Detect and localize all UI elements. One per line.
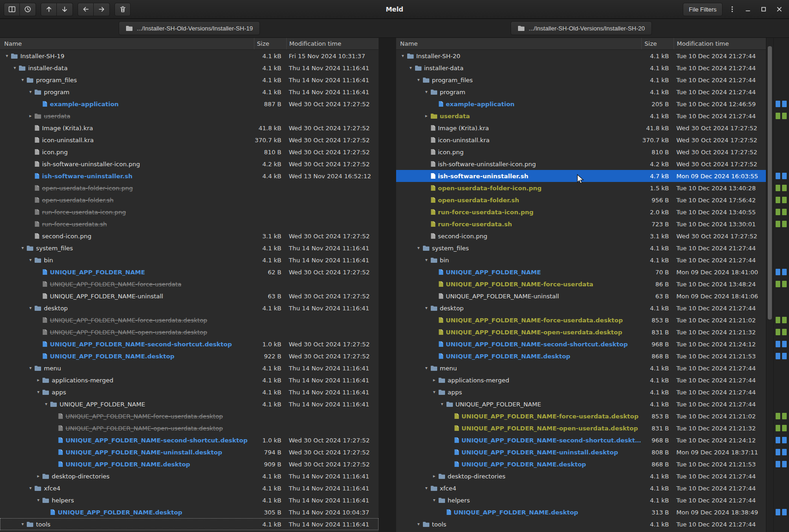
tree-row[interactable]: icon-uninstall.kra370.7 kBWed 30 Oct 202… (0, 134, 379, 146)
expander-open-icon[interactable]: ▾ (423, 90, 430, 94)
tree-row[interactable]: ▸applications-merged4.1 kBThu 14 Nov 202… (0, 374, 379, 386)
minimize-button[interactable] (741, 3, 754, 16)
expander-open-icon[interactable]: ▾ (4, 54, 10, 58)
tree-row[interactable]: ▾xfce44.1 kBTue 10 Dec 2024 21:27:44 (396, 482, 766, 494)
tree-row[interactable]: UNIQUE_APP_FOLDER_NAME-uninstall63 BWed … (0, 290, 379, 302)
tree-row[interactable]: ▾UNIQUE_APP_FOLDER_NAME4.1 kBTue 10 Dec … (396, 398, 766, 410)
expander-open-icon[interactable]: ▾ (27, 90, 34, 94)
tree-row[interactable]: ▸userdata (0, 110, 379, 122)
tree-row[interactable]: UNIQUE_APP_FOLDER_NAME-force-userdata.de… (0, 410, 379, 422)
expander-open-icon[interactable]: ▾ (43, 402, 49, 406)
tree-row[interactable]: UNIQUE_APP_FOLDER_NAME-open-userdata.des… (0, 326, 379, 338)
tree-row[interactable]: ▾bin4.1 kBTue 10 Dec 2024 21:27:44 (396, 254, 766, 266)
tree-row[interactable]: Image (Krita).kra41.8 kBWed 30 Oct 2024 … (0, 122, 379, 134)
expander-open-icon[interactable]: ▾ (27, 258, 34, 262)
column-header-size[interactable]: Size (641, 38, 674, 49)
tree-row[interactable]: ▾bin4.1 kBThu 14 Nov 2024 11:16:41 (0, 254, 379, 266)
expander-open-icon[interactable]: ▾ (439, 402, 446, 406)
delete-button[interactable] (114, 3, 131, 16)
history-button[interactable] (20, 3, 36, 16)
scrollbar-thumb[interactable] (768, 46, 772, 320)
copy-left-button[interactable] (78, 3, 94, 16)
expander-open-icon[interactable]: ▾ (423, 366, 430, 370)
tree-row[interactable]: ▾system_files4.1 kBThu 14 Nov 2024 11:16… (0, 242, 379, 254)
maximize-button[interactable] (757, 3, 770, 16)
expander-closed-icon[interactable]: ▸ (431, 474, 438, 478)
tree-row[interactable]: ▾tools4.1 kBTue 10 Dec 2024 21:27:44 (396, 518, 766, 530)
tree-row[interactable]: second-icon.png3.1 kBWed 30 Oct 2024 17:… (0, 230, 379, 242)
expander-open-icon[interactable]: ▾ (27, 366, 34, 370)
tree-row[interactable]: UNIQUE_APP_FOLDER_NAME-second-shortcut.d… (0, 338, 379, 350)
tree-row[interactable]: example-application887 BWed 30 Oct 2024 … (0, 98, 379, 110)
tree-row[interactable]: UNIQUE_APP_FOLDER_NAME-force-userdata (0, 278, 379, 290)
tree-row[interactable]: ▸desktop-directories4.1 kBThu 14 Nov 202… (0, 470, 379, 482)
expander-open-icon[interactable]: ▾ (27, 486, 34, 490)
expander-open-icon[interactable]: ▾ (19, 522, 26, 526)
tree-row[interactable]: UNIQUE_APP_FOLDER_NAME.desktop305 BThu 1… (0, 506, 379, 518)
tree-row[interactable]: ▾apps4.1 kBTue 10 Dec 2024 21:27:44 (396, 386, 766, 398)
tree-row[interactable]: second-icon.png3.1 kBWed 30 Oct 2024 17:… (396, 230, 766, 242)
tree-row[interactable]: UNIQUE_APP_FOLDER_NAME.desktop868 BTue 1… (396, 350, 766, 362)
tree-row[interactable]: UNIQUE_APP_FOLDER_NAME.desktop313 BMon 0… (396, 506, 766, 518)
tree-row[interactable]: UNIQUE_APP_FOLDER_NAME.desktop909 BWed 3… (0, 458, 379, 470)
expander-closed-icon[interactable]: ▸ (35, 378, 42, 382)
tree-row[interactable]: UNIQUE_APP_FOLDER_NAME.desktop922 BWed 3… (0, 350, 379, 362)
tree-row[interactable]: ▾program4.1 kBThu 14 Nov 2024 11:16:41 (0, 86, 379, 98)
tree-row[interactable]: ▾apps4.1 kBThu 14 Nov 2024 11:16:41 (0, 386, 379, 398)
tree-row[interactable]: open-userdata-folder-icon.png1.5 kBTue 1… (396, 182, 766, 194)
tree-row[interactable]: UNIQUE_APP_FOLDER_NAME-force-userdata.de… (396, 314, 766, 326)
tree-row[interactable]: ▾tools4.1 kBThu 14 Nov 2024 11:16:41 (0, 518, 379, 530)
tree-row[interactable]: UNIQUE_APP_FOLDER_NAME-uninstall.desktop… (396, 446, 766, 458)
expander-open-icon[interactable]: ▾ (408, 66, 414, 70)
tree-row[interactable]: icon.png810 BWed 30 Oct 2024 17:27:52 (0, 146, 379, 158)
expander-open-icon[interactable]: ▾ (400, 54, 406, 58)
column-header-mtime[interactable]: Modification time (674, 38, 766, 49)
tree-row[interactable]: ▾system_files4.1 kBTue 10 Dec 2024 21:27… (396, 242, 766, 254)
expander-closed-icon[interactable]: ▸ (423, 114, 430, 118)
tree-row[interactable]: UNIQUE_APP_FOLDER_NAME-open-userdata.des… (396, 422, 766, 434)
copy-right-button[interactable] (94, 3, 110, 16)
tree-row[interactable]: UNIQUE_APP_FOLDER_NAME-open-userdata.des… (396, 326, 766, 338)
tree-row[interactable]: open-userdata-folder-icon.png (0, 182, 379, 194)
expander-open-icon[interactable]: ▾ (35, 498, 42, 502)
close-button[interactable] (773, 3, 785, 16)
expander-closed-icon[interactable]: ▸ (27, 114, 34, 118)
tree-row[interactable]: UNIQUE_APP_FOLDER_NAME-force-userdata.de… (396, 410, 766, 422)
column-header-mtime[interactable]: Modification time (286, 38, 379, 49)
tree-row[interactable]: run-force-userdata.sh (0, 218, 379, 230)
tree-row[interactable]: UNIQUE_APP_FOLDER_NAME-open-userdata.des… (0, 422, 379, 434)
tree-row[interactable]: run-force-userdata-icon.png (0, 206, 379, 218)
column-header-size[interactable]: Size (254, 38, 286, 49)
tree-row[interactable]: ish-software-uninstaller-icon.png4.2 kBW… (0, 158, 379, 170)
tree-row[interactable]: ▾menu4.1 kBThu 14 Nov 2024 11:16:41 (0, 362, 379, 374)
tree-row[interactable]: run-force-userdata-icon.png2.0 kBTue 10 … (396, 206, 766, 218)
expander-open-icon[interactable]: ▾ (416, 246, 422, 250)
expander-open-icon[interactable]: ▾ (423, 486, 430, 490)
expander-open-icon[interactable]: ▾ (416, 522, 422, 526)
tree-row[interactable]: UNIQUE_APP_FOLDER_NAME.desktop868 BTue 1… (396, 458, 766, 470)
tree-row[interactable]: ▾UNIQUE_APP_FOLDER_NAME4.1 kBThu 14 Nov … (0, 398, 379, 410)
menu-button[interactable] (726, 3, 738, 16)
expander-open-icon[interactable]: ▾ (35, 390, 42, 394)
tree-row[interactable]: ▾Installer-SH-194.1 kBFri 15 Nov 2024 10… (0, 50, 379, 62)
tree-row[interactable]: UNIQUE_APP_FOLDER_NAME-second-shortcut.d… (396, 434, 766, 446)
previous-change-button[interactable] (41, 3, 57, 16)
right-folder-chooser[interactable]: .../Installer-SH-Old-Versions/Installer-… (511, 21, 651, 35)
tree-row[interactable]: Image (Krita).kra41.8 kBWed 30 Oct 2024 … (396, 122, 766, 134)
left-folder-chooser[interactable]: .../Installer-SH-Old-Versions/Installer-… (119, 21, 259, 35)
tree-row[interactable]: ▾desktop4.1 kBTue 10 Dec 2024 21:27:44 (396, 302, 766, 314)
diff-chunk-map[interactable] (773, 38, 789, 532)
expander-open-icon[interactable]: ▾ (19, 246, 26, 250)
tree-row[interactable]: open-userdata-folder.sh956 BTue 10 Dec 2… (396, 194, 766, 206)
tree-row[interactable]: example-application205 BTue 10 Dec 2024 … (396, 98, 766, 110)
expander-open-icon[interactable]: ▾ (416, 78, 422, 82)
tree-row[interactable]: ish-software-uninstaller.sh4.7 kBMon 09 … (396, 170, 766, 182)
expander-open-icon[interactable]: ▾ (431, 390, 438, 394)
tree-row[interactable]: ▾menu4.1 kBTue 10 Dec 2024 21:27:44 (396, 362, 766, 374)
tree-row[interactable]: UNIQUE_APP_FOLDER_NAME-second-shortcut.d… (0, 434, 379, 446)
tree-row[interactable]: icon.png810 BWed 30 Oct 2024 17:27:52 (396, 146, 766, 158)
tree-row[interactable]: ▾xfce44.1 kBThu 14 Nov 2024 11:16:41 (0, 482, 379, 494)
tree-row[interactable]: UNIQUE_APP_FOLDER_NAME62 BWed 30 Oct 202… (0, 266, 379, 278)
column-header-name[interactable]: Name (0, 38, 254, 49)
tree-row[interactable]: ▾program_files4.1 kBThu 14 Nov 2024 11:1… (0, 74, 379, 86)
